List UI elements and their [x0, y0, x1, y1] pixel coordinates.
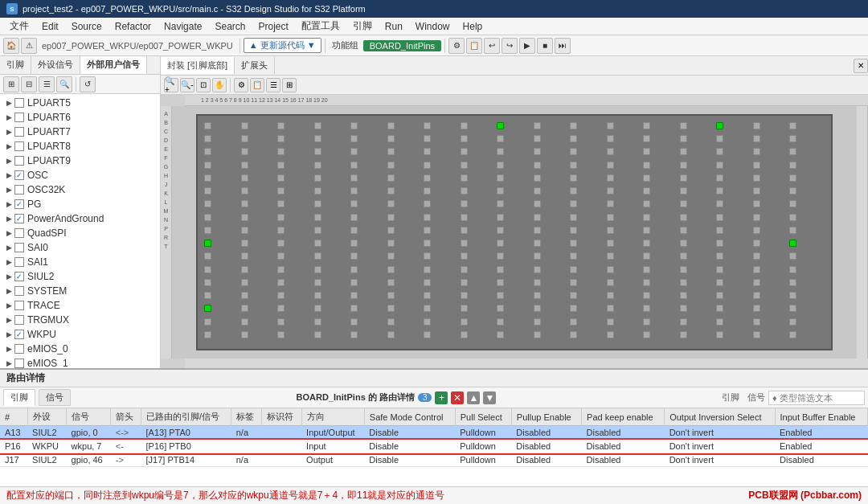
grid-pin[interactable]	[643, 227, 650, 234]
grid-pin[interactable]	[607, 318, 614, 326]
routing-tab-pins[interactable]: 引脚	[3, 389, 35, 406]
grid-pin[interactable]	[241, 279, 248, 286]
grid-pin[interactable]	[570, 240, 577, 247]
grid-pin[interactable]	[241, 240, 248, 247]
grid-pin[interactable]	[534, 162, 541, 169]
tree-item[interactable]: ▶OSC	[0, 168, 160, 182]
tree-checkbox[interactable]	[14, 228, 24, 238]
grid-pin[interactable]	[350, 148, 358, 155]
grid-pin[interactable]	[534, 200, 541, 207]
grid-pin[interactable]	[461, 331, 468, 338]
add-routing-btn[interactable]: +	[435, 391, 448, 404]
grid-pin[interactable]	[314, 266, 321, 273]
tree-checkbox[interactable]	[14, 272, 24, 281]
grid-pin[interactable]	[716, 266, 723, 273]
grid-pin[interactable]	[570, 174, 577, 182]
grid-pin[interactable]	[789, 187, 796, 195]
grid-pin[interactable]	[534, 266, 541, 273]
grid-pin[interactable]	[534, 135, 541, 142]
grid-pin[interactable]	[716, 135, 723, 142]
grid-pin[interactable]	[534, 331, 541, 338]
grid-pin[interactable]	[753, 200, 760, 207]
grid-pin[interactable]	[461, 227, 468, 234]
grid-pin[interactable]	[350, 292, 358, 299]
grid-pin[interactable]	[241, 266, 248, 273]
grid-pin[interactable]	[387, 305, 395, 312]
grid-pin[interactable]	[753, 135, 760, 142]
grid-pin[interactable]	[789, 292, 796, 299]
grid-pin[interactable]	[534, 122, 541, 129]
routing-tab-signal[interactable]: 信号	[39, 389, 71, 406]
pkg-list-btn[interactable]: ☰	[266, 78, 280, 92]
grid-pin[interactable]	[753, 122, 760, 129]
grid-pin[interactable]	[680, 214, 687, 221]
grid-pin[interactable]	[570, 227, 577, 234]
grid-pin[interactable]	[277, 214, 285, 221]
menu-run[interactable]: Run	[379, 19, 409, 34]
grid-pin[interactable]	[241, 162, 248, 169]
grid-pin[interactable]	[350, 305, 358, 312]
grid-pin[interactable]	[497, 187, 504, 195]
grid-pin[interactable]	[314, 318, 321, 326]
toolbar-home-btn[interactable]: 🏠	[3, 38, 19, 54]
grid-pin[interactable]	[277, 279, 285, 286]
grid-pin[interactable]	[643, 214, 650, 221]
grid-pin[interactable]	[497, 318, 504, 326]
pkg-close-btn[interactable]: ✕	[854, 59, 868, 73]
grid-pin[interactable]	[534, 318, 541, 326]
grid-pin[interactable]	[789, 252, 796, 260]
tree-checkbox[interactable]	[14, 156, 24, 166]
grid-pin[interactable]	[387, 331, 395, 338]
grid-pin[interactable]	[461, 240, 468, 247]
tree-item[interactable]: ▶SYSTEM	[0, 284, 160, 298]
grid-pin[interactable]	[680, 162, 687, 169]
grid-pin[interactable]	[277, 174, 285, 182]
grid-pin[interactable]	[204, 227, 211, 234]
grid-pin[interactable]	[241, 187, 248, 195]
grid-pin[interactable]	[314, 174, 321, 182]
tree-checkbox[interactable]	[14, 257, 24, 267]
grid-pin[interactable]	[570, 148, 577, 155]
grid-pin[interactable]	[643, 122, 650, 129]
toolbar-btn7[interactable]: ⏭	[555, 38, 571, 54]
menu-source[interactable]: Source	[65, 19, 108, 34]
zoom-fit-btn[interactable]: ⊡	[196, 78, 211, 92]
grid-pin[interactable]	[241, 148, 248, 155]
grid-pin[interactable]	[204, 174, 211, 182]
tree-refresh-btn[interactable]: ↺	[80, 76, 96, 92]
grid-pin[interactable]	[607, 279, 614, 286]
grid-pin[interactable]	[241, 214, 248, 221]
grid-pin[interactable]	[789, 240, 796, 247]
toolbar-btn4[interactable]: ↪	[502, 38, 518, 54]
filter-input[interactable]	[768, 391, 865, 405]
grid-pin[interactable]	[387, 266, 395, 273]
grid-pin[interactable]	[314, 148, 321, 155]
grid-pin[interactable]	[607, 266, 614, 273]
grid-pin[interactable]	[461, 174, 468, 182]
grid-pin[interactable]	[753, 279, 760, 286]
grid-pin[interactable]	[497, 331, 504, 338]
table-row[interactable]: A13SIUL2gpio, 0<->[A13] PTA0n/aInput/Out…	[0, 426, 868, 440]
grid-pin[interactable]	[424, 292, 431, 299]
grid-pin[interactable]	[277, 305, 285, 312]
grid-pin[interactable]	[387, 279, 395, 286]
grid-pin[interactable]	[277, 135, 285, 142]
grid-pin[interactable]	[607, 240, 614, 247]
grid-pin[interactable]	[570, 214, 577, 221]
grid-pin[interactable]	[350, 214, 358, 221]
grid-pin[interactable]	[277, 292, 285, 299]
grid-pin[interactable]	[534, 279, 541, 286]
grid-pin[interactable]	[314, 200, 321, 207]
table-row[interactable]: J17SIUL2gpio, 46->[J17] PTB14n/aOutputDi…	[0, 453, 868, 467]
menu-refactor[interactable]: Refactor	[108, 19, 158, 34]
grid-pin[interactable]	[277, 148, 285, 155]
pan-btn[interactable]: ✋	[212, 78, 227, 92]
grid-pin[interactable]	[350, 266, 358, 273]
tree-item[interactable]: ▶LPUART8	[0, 139, 160, 154]
tree-item[interactable]: ▶eMIOS_0	[0, 342, 160, 356]
grid-pin[interactable]	[680, 227, 687, 234]
grid-pin[interactable]	[204, 187, 211, 195]
menu-pins[interactable]: 引脚	[346, 18, 379, 35]
grid-pin[interactable]	[277, 318, 285, 326]
grid-pin[interactable]	[277, 187, 285, 195]
